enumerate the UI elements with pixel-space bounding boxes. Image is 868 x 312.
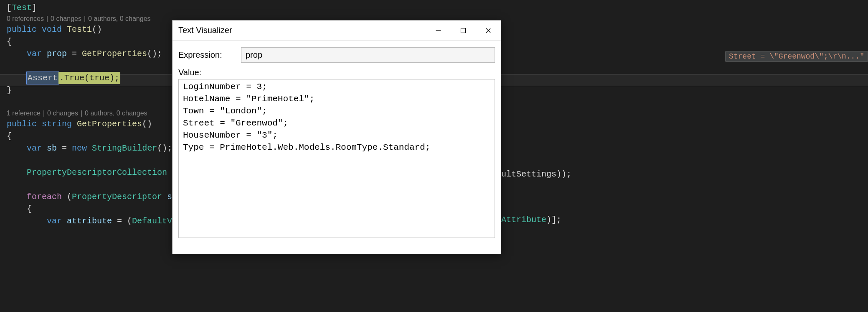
dialog-titlebar[interactable]: Text Visualizer: [173, 20, 501, 41]
maximize-button[interactable]: [451, 20, 476, 40]
value-textarea[interactable]: [178, 79, 495, 238]
attribute-line: [Test]: [7, 2, 861, 14]
svg-rect-1: [461, 28, 466, 33]
minimize-icon: [435, 27, 442, 34]
dialog-title: Text Visualizer: [173, 26, 426, 35]
maximize-icon: [460, 27, 467, 34]
text-visualizer-dialog: Text Visualizer Expression: Value:: [172, 20, 501, 254]
minimize-button[interactable]: [426, 20, 451, 40]
expression-input[interactable]: [241, 47, 495, 63]
close-icon: [485, 27, 492, 34]
code-right-fragments: ultSettings)); Attribute)];: [501, 169, 571, 225]
debugger-datatip[interactable]: Street = \"Greenwod\";\r\n...": [725, 51, 868, 62]
close-button[interactable]: [476, 20, 501, 40]
expression-label: Expression:: [178, 50, 241, 60]
value-label: Value:: [178, 68, 495, 77]
